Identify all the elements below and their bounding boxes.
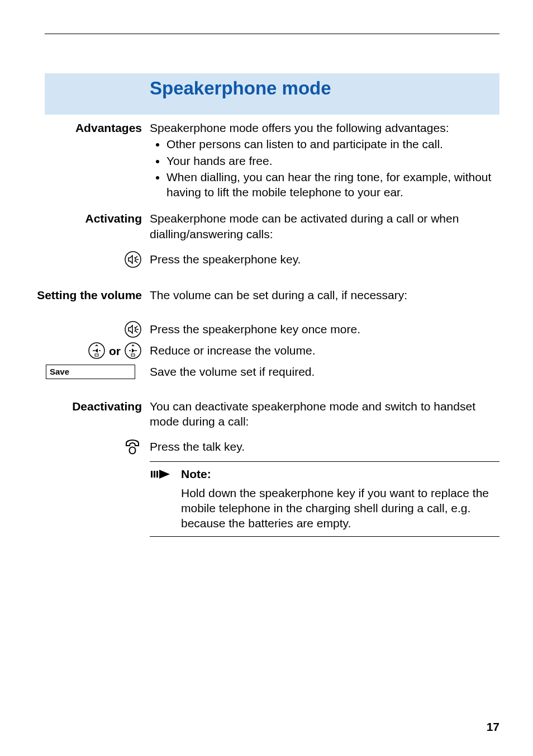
press-speaker-text: Press the speakerphone key. <box>150 251 499 267</box>
speakerphone-icon <box>124 320 142 338</box>
svg-line-7 <box>135 330 137 333</box>
save-text: Save the volume set if required. <box>150 363 499 379</box>
advantages-intro: Speakerphone mode offers you the followi… <box>150 121 449 134</box>
speaker-icon-cell <box>0 251 150 268</box>
deactivating-text: You can deactivate speakerphone mode and… <box>150 398 499 429</box>
note-bottom-rule <box>150 536 499 537</box>
speakerphone-icon <box>124 251 142 268</box>
advantages-item: Other persons can listen to and particip… <box>166 136 499 152</box>
speaker-key-row: Press the speakerphone key. <box>0 251 499 268</box>
advantages-label: Advantages <box>0 119 150 135</box>
note-content: Note: Hold down the speakerphone key if … <box>181 466 499 531</box>
svg-rect-13 <box>131 354 135 356</box>
svg-rect-16 <box>156 471 158 478</box>
note-title: Note: <box>181 466 499 481</box>
nav-right-icon <box>124 342 142 360</box>
activating-label: Activating <box>0 210 150 226</box>
deactivating-label: Deactivating <box>0 398 150 414</box>
advantages-item: Your hands are free. <box>166 153 499 168</box>
or-label: or <box>109 343 121 358</box>
note-arrow-icon <box>150 466 181 483</box>
svg-marker-12 <box>132 348 135 353</box>
note-body: Hold down the speakerphone key if you wa… <box>181 485 499 531</box>
activating-row: Activating Speakerphone mode can be acti… <box>0 210 499 242</box>
press-speaker-again-text: Press the speakerphone key once more. <box>150 320 499 337</box>
advantages-row: Advantages Speakerphone mode offers you … <box>0 119 499 201</box>
svg-rect-10 <box>95 354 98 356</box>
talk-icon-cell <box>0 438 150 457</box>
heading-background: Speakerphone mode <box>45 73 499 115</box>
svg-marker-9 <box>95 348 98 353</box>
talk-key-icon <box>123 438 142 457</box>
press-talk-text: Press the talk key. <box>150 438 499 454</box>
advantages-content: Speakerphone mode offers you the followi… <box>150 119 499 201</box>
speaker-key-row-2: Press the speakerphone key once more. <box>0 320 499 338</box>
save-row: Save Save the volume set if required. <box>0 363 499 379</box>
svg-line-3 <box>135 261 137 263</box>
speaker-icon-cell-2 <box>0 320 150 338</box>
svg-rect-14 <box>151 471 153 478</box>
top-rule <box>45 34 499 34</box>
setting-volume-label: Setting the volume <box>0 286 150 303</box>
activating-text: Speakerphone mode can be activated durin… <box>150 210 499 242</box>
nav-left-icon <box>88 342 106 360</box>
page-number: 17 <box>487 720 499 734</box>
page-title: Speakerphone mode <box>150 78 499 99</box>
deactivating-row: Deactivating You can deactivate speakerp… <box>0 398 499 429</box>
volume-icons-cell: or <box>0 342 150 360</box>
reduce-increase-text: Reduce or increase the volume. <box>150 342 499 358</box>
svg-marker-17 <box>159 470 170 479</box>
manual-page: Speakerphone mode Advantages Speakerphon… <box>0 0 533 756</box>
setting-volume-row: Setting the volume The volume can be set… <box>0 286 499 303</box>
talk-key-row: Press the talk key. <box>0 438 499 457</box>
setting-volume-text: The volume can be set during a call, if … <box>150 286 499 303</box>
note-top-rule <box>150 461 499 462</box>
svg-line-5 <box>135 326 137 328</box>
advantages-item: When dialling, you can hear the ring ton… <box>166 169 499 200</box>
save-key-cell: Save <box>0 363 150 379</box>
svg-rect-15 <box>154 471 155 478</box>
svg-line-1 <box>135 256 137 258</box>
save-softkey: Save <box>46 365 135 379</box>
note-block: Note: Hold down the speakerphone key if … <box>150 461 499 537</box>
advantages-list: Other persons can listen to and particip… <box>150 136 499 200</box>
volume-keys-row: or Reduce or increase the volume. <box>0 342 499 360</box>
